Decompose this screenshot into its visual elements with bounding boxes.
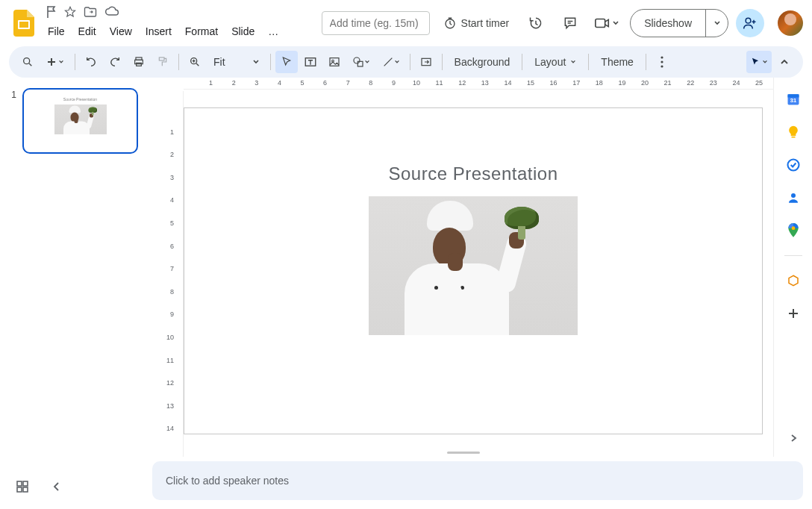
- paint-format-button[interactable]: [152, 51, 174, 73]
- calendar-icon[interactable]: 31: [785, 91, 802, 107]
- slide-thumbnail[interactable]: Source Presentation: [22, 88, 138, 154]
- grid-view-button[interactable]: [12, 476, 33, 497]
- svg-point-5: [24, 58, 30, 64]
- slide-image[interactable]: [369, 196, 578, 335]
- history-icon[interactable]: [522, 10, 549, 37]
- menu-slide[interactable]: Slide: [225, 22, 260, 40]
- shape-tool[interactable]: [347, 51, 375, 73]
- filmstrip: 1 Source Presentation: [0, 78, 154, 457]
- menu-more[interactable]: …: [262, 22, 284, 40]
- svg-rect-15: [357, 61, 363, 66]
- svg-point-19: [660, 65, 663, 67]
- cloud-icon[interactable]: [104, 6, 119, 18]
- transition-button[interactable]: [415, 51, 437, 73]
- thumb-title: Source Presentation: [24, 97, 137, 102]
- print-button[interactable]: [128, 51, 150, 73]
- slides-logo[interactable]: [9, 8, 39, 38]
- account-avatar[interactable]: [778, 10, 803, 36]
- svg-rect-31: [23, 487, 28, 492]
- pointer-mode[interactable]: [746, 51, 772, 73]
- menu-format[interactable]: Format: [179, 22, 224, 40]
- svg-rect-12: [330, 58, 339, 66]
- slide-canvas[interactable]: Source Presentation: [184, 107, 763, 434]
- addon-icon[interactable]: [785, 272, 802, 289]
- menu-edit[interactable]: Edit: [72, 22, 102, 40]
- menu-file[interactable]: File: [42, 22, 71, 40]
- maps-icon[interactable]: [785, 222, 802, 239]
- svg-text:31: 31: [790, 97, 796, 104]
- menu-bar: File Edit View Insert Format Slide …: [42, 21, 322, 42]
- svg-point-18: [660, 60, 663, 63]
- theme-button[interactable]: Theme: [593, 51, 641, 73]
- menu-insert[interactable]: Insert: [140, 22, 178, 40]
- svg-point-4: [746, 18, 751, 23]
- toolbar: Fit Background Layout Theme: [9, 46, 803, 78]
- ruler-horizontal: 1234567891011121314151617181920212223242…: [184, 78, 773, 90]
- slide-title-text[interactable]: Source Presentation: [184, 163, 762, 184]
- ruler-vertical: 1234567891011121314: [154, 91, 184, 457]
- search-menus-button[interactable]: [16, 51, 39, 73]
- explore-button[interactable]: [46, 476, 67, 497]
- svg-rect-29: [23, 481, 28, 486]
- collapse-toolbar-button[interactable]: [773, 51, 796, 73]
- get-addons-icon[interactable]: [785, 305, 802, 322]
- zoom-tool-button[interactable]: [184, 51, 206, 73]
- svg-point-17: [660, 56, 663, 58]
- svg-rect-1: [19, 22, 28, 28]
- start-timer-label: Start timer: [461, 17, 510, 29]
- time-input[interactable]: [322, 11, 430, 35]
- contacts-icon[interactable]: [785, 190, 802, 206]
- image-tool[interactable]: [323, 51, 346, 73]
- new-slide-button[interactable]: [40, 51, 70, 73]
- svg-rect-28: [17, 481, 22, 486]
- thumb-number: 1: [7, 88, 16, 154]
- select-tool[interactable]: [275, 51, 298, 73]
- menu-view[interactable]: View: [104, 22, 138, 40]
- meet-button[interactable]: [591, 10, 622, 37]
- comment-icon[interactable]: [557, 10, 584, 37]
- keep-icon[interactable]: [785, 124, 802, 140]
- svg-point-25: [791, 193, 796, 198]
- svg-rect-30: [17, 487, 22, 492]
- line-tool[interactable]: [377, 51, 405, 73]
- tasks-icon[interactable]: [785, 157, 802, 173]
- flag-icon[interactable]: [46, 6, 57, 18]
- svg-rect-3: [596, 19, 605, 28]
- svg-point-14: [354, 57, 360, 63]
- layout-button[interactable]: Layout: [527, 51, 584, 73]
- move-icon[interactable]: [84, 6, 97, 18]
- zoom-select[interactable]: Fit: [207, 51, 266, 73]
- show-side-panel-icon[interactable]: [785, 430, 802, 446]
- svg-rect-9: [159, 57, 164, 60]
- share-button[interactable]: [736, 9, 764, 37]
- notes-resize-handle[interactable]: [154, 449, 773, 457]
- background-button[interactable]: Background: [447, 51, 518, 73]
- zoom-label: Fit: [213, 56, 225, 68]
- svg-rect-23: [791, 137, 795, 138]
- more-tools-button[interactable]: [651, 51, 673, 73]
- start-timer-button[interactable]: Start timer: [437, 16, 516, 30]
- undo-button[interactable]: [80, 51, 102, 73]
- svg-rect-8: [137, 63, 142, 66]
- textbox-tool[interactable]: [299, 51, 322, 73]
- speaker-notes[interactable]: Click to add speaker notes: [152, 461, 803, 500]
- star-icon[interactable]: [64, 6, 76, 18]
- redo-button[interactable]: [104, 51, 126, 73]
- svg-point-27: [791, 226, 795, 230]
- side-panel: 31: [773, 78, 812, 457]
- chevron-down-icon: [612, 19, 619, 27]
- slideshow-dropdown[interactable]: [705, 10, 728, 37]
- slideshow-button[interactable]: Slideshow: [631, 10, 705, 37]
